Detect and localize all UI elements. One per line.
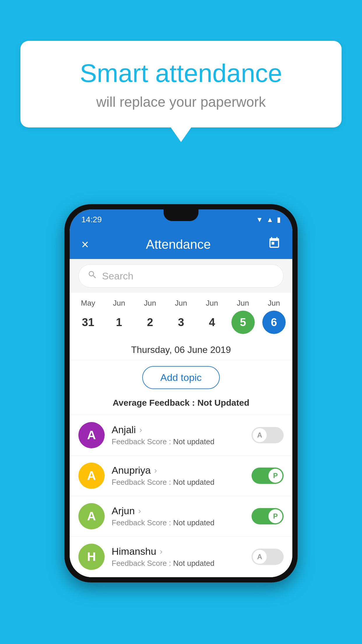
cal-month-1: Jun [113, 299, 125, 308]
search-bar-wrapper: Search [70, 259, 292, 293]
avg-feedback: Average Feedback : Not Updated [70, 395, 292, 415]
status-icons: ▼ ▲ ▮ [256, 216, 281, 224]
avg-feedback-label: Average Feedback : [113, 398, 197, 407]
search-icon [87, 270, 97, 282]
cal-date-1: 1 [107, 311, 131, 334]
cal-date-3: 3 [169, 311, 193, 334]
phone-inner: 14:29 ▼ ▲ ▮ × Attendance [70, 209, 292, 577]
search-placeholder: Search [102, 270, 133, 282]
battery-icon: ▮ [277, 216, 281, 224]
cal-day-1[interactable]: Jun1 [107, 299, 131, 334]
student-name-3: Himanshu › [112, 546, 245, 557]
toggle-knob-0: A [253, 428, 267, 442]
student-avatar-3: H [78, 544, 105, 570]
chevron-icon-2: › [138, 506, 141, 516]
phone-wrapper: 14:29 ▼ ▲ ▮ × Attendance [64, 204, 298, 582]
search-bar[interactable]: Search [78, 264, 284, 288]
cal-date-4: 4 [200, 311, 224, 334]
cal-day-3[interactable]: Jun3 [169, 299, 193, 334]
calendar-strip: May31Jun1Jun2Jun3Jun4Jun5Jun6 [70, 293, 292, 340]
status-time: 14:29 [81, 215, 102, 224]
cal-date-5: 5 [231, 311, 255, 334]
chevron-icon-1: › [154, 466, 157, 475]
toggle-knob-3: A [253, 550, 267, 564]
student-name-0: Anjali › [112, 424, 245, 435]
cal-day-6[interactable]: Jun6 [262, 299, 286, 334]
attendance-toggle-0[interactable]: A [252, 427, 284, 443]
cal-day-4[interactable]: Jun4 [200, 299, 224, 334]
speech-bubble: Smart attendance will replace your paper… [20, 41, 342, 127]
calendar-icon[interactable] [268, 237, 281, 252]
bubble-title: Smart attendance [44, 58, 318, 88]
date-label: Thursday, 06 June 2019 [70, 340, 292, 360]
avg-feedback-value: Not Updated [197, 398, 249, 407]
app-bar-title: Attendance [89, 237, 268, 252]
bubble-subtitle: will replace your paperwork [44, 94, 318, 110]
wifi-icon: ▼ [256, 216, 263, 224]
add-topic-button[interactable]: Add topic [142, 366, 220, 389]
student-avatar-1: A [78, 463, 105, 489]
cal-date-0: 31 [76, 311, 100, 334]
cal-day-2[interactable]: Jun2 [138, 299, 162, 334]
cal-month-2: Jun [144, 299, 156, 308]
student-info-3: Himanshu ›Feedback Score : Not updated [112, 546, 245, 568]
student-feedback-1: Feedback Score : Not updated [112, 478, 245, 487]
toggle-knob-2: P [268, 509, 282, 523]
notch [164, 209, 198, 221]
signal-icon: ▲ [266, 216, 273, 224]
student-item-3[interactable]: HHimanshu ›Feedback Score : Not updatedA [70, 537, 292, 577]
speech-bubble-tail [171, 127, 191, 142]
close-icon[interactable]: × [81, 237, 89, 252]
attendance-toggle-2[interactable]: P [252, 508, 284, 524]
student-feedback-2: Feedback Score : Not updated [112, 518, 245, 527]
cal-month-0: May [81, 299, 95, 308]
student-item-2[interactable]: AArjun ›Feedback Score : Not updatedP [70, 496, 292, 537]
attendance-toggle-1[interactable]: P [252, 468, 284, 484]
cal-month-5: Jun [237, 299, 249, 308]
student-feedback-3: Feedback Score : Not updated [112, 559, 245, 568]
speech-bubble-wrapper: Smart attendance will replace your paper… [20, 41, 342, 142]
cal-month-3: Jun [175, 299, 187, 308]
cal-date-2: 2 [138, 311, 162, 334]
cal-month-6: Jun [268, 299, 280, 308]
student-avatar-0: A [78, 422, 105, 448]
cal-month-4: Jun [206, 299, 218, 308]
student-name-1: Anupriya › [112, 465, 245, 476]
toggle-knob-1: P [268, 469, 282, 483]
status-bar: 14:29 ▼ ▲ ▮ [70, 209, 292, 230]
student-list: AAnjali ›Feedback Score : Not updatedAAA… [70, 415, 292, 577]
student-info-2: Arjun ›Feedback Score : Not updated [112, 505, 245, 527]
cal-day-0[interactable]: May31 [76, 299, 100, 334]
student-info-0: Anjali ›Feedback Score : Not updated [112, 424, 245, 446]
cal-day-5[interactable]: Jun5 [231, 299, 255, 334]
cal-date-6: 6 [262, 311, 286, 334]
student-item-1[interactable]: AAnupriya ›Feedback Score : Not updatedP [70, 456, 292, 496]
student-item-0[interactable]: AAnjali ›Feedback Score : Not updatedA [70, 415, 292, 456]
attendance-toggle-3[interactable]: A [252, 549, 284, 565]
phone-frame: 14:29 ▼ ▲ ▮ × Attendance [64, 204, 298, 582]
student-name-2: Arjun › [112, 505, 245, 517]
student-avatar-2: A [78, 503, 105, 529]
student-info-1: Anupriya ›Feedback Score : Not updated [112, 465, 245, 487]
chevron-icon-0: › [139, 425, 142, 435]
student-feedback-0: Feedback Score : Not updated [112, 437, 245, 446]
chevron-icon-3: › [160, 547, 162, 556]
app-bar: × Attendance [70, 230, 292, 259]
add-topic-wrapper: Add topic [70, 360, 292, 395]
